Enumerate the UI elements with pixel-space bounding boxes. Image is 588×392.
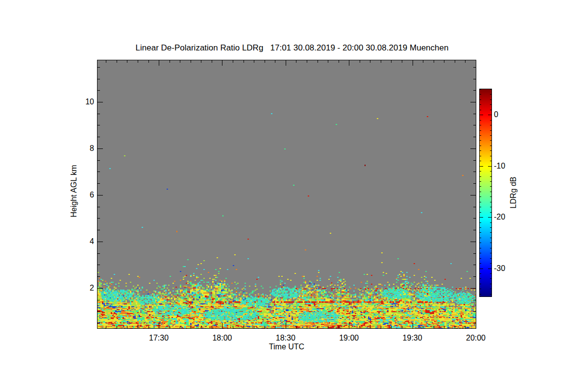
colorbar-tick-mark bbox=[490, 94, 491, 95]
colorbar-tick-mark bbox=[490, 110, 491, 110]
colorbar-tick-mark bbox=[490, 258, 491, 259]
colorbar-tick-mark bbox=[480, 196, 481, 197]
colorbar-tick-mark bbox=[488, 115, 491, 115]
colorbar-tick-mark bbox=[488, 166, 491, 167]
colorbar-tick-mark bbox=[480, 186, 481, 187]
colorbar-tick-label: 0 bbox=[494, 110, 498, 119]
colorbar-tick-mark bbox=[480, 94, 481, 95]
colorbar-tick-mark bbox=[488, 269, 491, 269]
colorbar-tick-mark bbox=[490, 238, 491, 238]
colorbar-tick-mark bbox=[480, 135, 481, 136]
colorbar-tick-mark bbox=[490, 181, 491, 182]
colorbar-tick-mark bbox=[490, 176, 491, 177]
colorbar-tick-mark bbox=[490, 243, 491, 243]
colorbar-tick-mark bbox=[480, 125, 481, 125]
colorbar-tick-mark bbox=[480, 212, 481, 213]
colorbar-tick-mark bbox=[480, 248, 481, 248]
colorbar-tick-mark bbox=[488, 217, 491, 218]
colorbar-tick-mark bbox=[480, 171, 481, 172]
colorbar-tick-mark bbox=[480, 181, 481, 182]
colorbar-tick-mark bbox=[490, 161, 491, 161]
y-tick-label: 2 bbox=[69, 284, 94, 293]
colorbar-tick-mark bbox=[490, 135, 491, 136]
colorbar-tick-mark bbox=[490, 192, 491, 192]
colorbar-tick-mark bbox=[490, 232, 491, 233]
colorbar-tick-mark bbox=[490, 207, 491, 207]
colorbar-tick-mark bbox=[480, 263, 481, 264]
colorbar-tick-mark bbox=[490, 248, 491, 248]
colorbar-tick-mark bbox=[480, 150, 481, 151]
colorbar-tick-mark bbox=[480, 269, 483, 269]
x-axis-label: Time UTC bbox=[98, 343, 476, 351]
colorbar-tick-mark bbox=[490, 222, 491, 223]
colorbar-tick-mark bbox=[480, 238, 481, 238]
colorbar-tick-mark bbox=[490, 202, 491, 202]
colorbar-tick-mark bbox=[480, 104, 481, 105]
colorbar-tick-mark bbox=[480, 217, 483, 218]
colorbar-tick-mark bbox=[490, 150, 491, 151]
colorbar-tick-mark bbox=[480, 161, 481, 161]
colorbar-tick-mark bbox=[490, 263, 491, 264]
plot-title: Linear De-Polarization Ratio LDRg 17:01 … bbox=[103, 43, 481, 53]
colorbar-tick-mark bbox=[480, 258, 481, 259]
colorbar-tick-label: -10 bbox=[494, 162, 505, 171]
colorbar-tick-mark bbox=[490, 140, 491, 141]
x-tick-label: 18:30 bbox=[276, 334, 295, 343]
colorbar-tick-mark bbox=[490, 120, 491, 121]
colorbar-tick-mark bbox=[480, 99, 481, 100]
figure: Linear De-Polarization Ratio LDRg 17:01 … bbox=[0, 0, 588, 392]
colorbar-tick-mark bbox=[490, 99, 491, 100]
colorbar-tick-mark bbox=[480, 156, 481, 156]
colorbar-tick-mark bbox=[480, 222, 481, 223]
colorbar-tick-mark bbox=[490, 171, 491, 172]
colorbar-tick-mark bbox=[480, 192, 481, 192]
colorbar-tick-mark bbox=[490, 89, 491, 90]
colorbar-tick-mark bbox=[480, 278, 481, 279]
colorbar-label: LDRg dB bbox=[509, 177, 518, 209]
colorbar-tick-mark bbox=[480, 110, 481, 110]
colorbar-tick-mark bbox=[480, 176, 481, 177]
colorbar-tick-mark bbox=[480, 115, 483, 115]
colorbar-tick-mark bbox=[480, 294, 481, 294]
colorbar-tick-label: -30 bbox=[494, 264, 505, 273]
colorbar-tick-mark bbox=[490, 186, 491, 187]
y-tick-label: 8 bbox=[69, 144, 94, 153]
colorbar-tick-mark bbox=[480, 202, 481, 202]
x-tick-label: 17:30 bbox=[149, 334, 169, 343]
colorbar-tick-mark bbox=[480, 166, 483, 167]
colorbar-tick-mark bbox=[490, 156, 491, 156]
x-tick-label: 20:00 bbox=[466, 334, 486, 343]
colorbar-tick-mark bbox=[480, 207, 481, 207]
colorbar-tick-mark bbox=[490, 146, 491, 146]
colorbar-tick-mark bbox=[490, 130, 491, 131]
colorbar-tick-label: -20 bbox=[494, 213, 505, 221]
colorbar-tick-mark bbox=[490, 227, 491, 228]
y-tick-label: 6 bbox=[69, 191, 94, 199]
colorbar-tick-mark bbox=[480, 130, 481, 131]
colorbar-tick-mark bbox=[490, 104, 491, 105]
colorbar-tick-mark bbox=[490, 278, 491, 279]
colorbar-tick-mark bbox=[480, 227, 481, 228]
colorbar-tick-mark bbox=[490, 253, 491, 253]
colorbar-tick-mark bbox=[490, 212, 491, 213]
colorbar-tick-mark bbox=[480, 120, 481, 121]
colorbar-tick-mark bbox=[480, 140, 481, 141]
x-tick-label: 19:30 bbox=[403, 334, 422, 343]
colorbar-tick-mark bbox=[490, 273, 491, 274]
x-tick-label: 18:00 bbox=[212, 334, 232, 343]
colorbar-tick-mark bbox=[480, 284, 481, 284]
heatmap-canvas bbox=[98, 60, 476, 328]
x-tick-label: 19:00 bbox=[339, 334, 359, 343]
colorbar-tick-mark bbox=[490, 294, 491, 294]
colorbar-tick-mark bbox=[480, 273, 481, 274]
colorbar-tick-mark bbox=[480, 146, 481, 146]
colorbar-tick-mark bbox=[480, 253, 481, 253]
plot-area bbox=[97, 60, 476, 329]
colorbar-tick-mark bbox=[480, 89, 481, 90]
colorbar-tick-mark bbox=[490, 196, 491, 197]
colorbar-tick-mark bbox=[480, 243, 481, 243]
colorbar-tick-mark bbox=[490, 284, 491, 284]
colorbar-tick-mark bbox=[480, 289, 481, 289]
colorbar-tick-mark bbox=[490, 289, 491, 289]
y-tick-label: 10 bbox=[69, 98, 94, 106]
